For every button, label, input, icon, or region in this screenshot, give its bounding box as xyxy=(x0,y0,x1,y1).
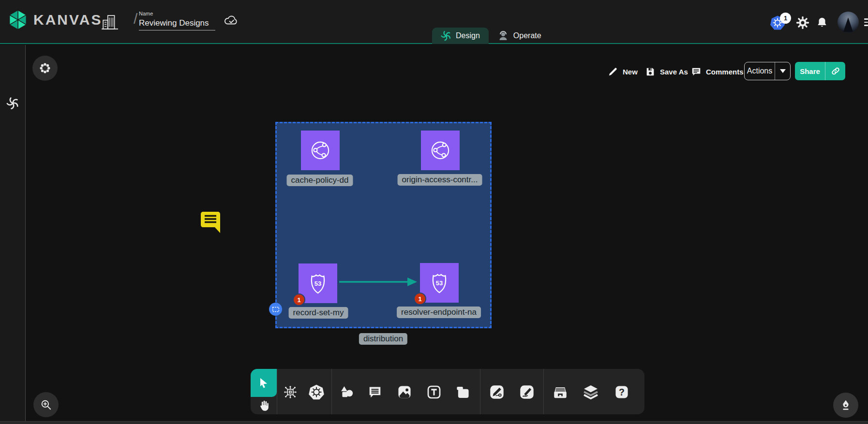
share-label[interactable]: Share xyxy=(795,62,825,80)
save-as-button[interactable]: Save As xyxy=(645,63,688,80)
actions-dropdown-toggle[interactable] xyxy=(775,62,790,80)
dock-divider xyxy=(543,369,544,414)
node-count-badge: 1 xyxy=(293,293,305,306)
flower-icon xyxy=(39,62,51,74)
kanvas-app: KANVAS / Name xyxy=(0,0,868,424)
hand-icon xyxy=(257,399,270,412)
node-label-resolver-endpoint[interactable]: resolver-endpoint-na xyxy=(397,307,481,318)
node-label-origin-access-control[interactable]: origin-access-contr... xyxy=(398,174,482,186)
save-as-label: Save As xyxy=(660,68,688,76)
new-button[interactable]: New xyxy=(608,63,638,80)
help-tool-button[interactable]: ? xyxy=(613,383,631,401)
group-label-distribution[interactable]: distribution xyxy=(359,333,407,345)
comment-tool-button[interactable] xyxy=(366,383,384,401)
comments-button[interactable]: Comments xyxy=(691,63,744,80)
brand-name: KANVAS xyxy=(33,12,102,28)
shapes-tool-button[interactable] xyxy=(337,383,356,401)
image-icon xyxy=(397,384,412,400)
route53-shield-icon: 53 xyxy=(305,271,330,296)
zoom-in-button[interactable] xyxy=(33,392,59,417)
operator-headset-icon xyxy=(497,30,509,42)
save-status-cloud-icon xyxy=(224,15,239,26)
design-name-field: Name xyxy=(139,11,217,30)
node-label-record-set[interactable]: record-set-my xyxy=(289,307,348,319)
node-count-badge: 1 xyxy=(414,292,426,305)
pen-path-tool-button[interactable] xyxy=(488,383,506,401)
question-glyph: ? xyxy=(619,387,625,397)
organization-icon[interactable] xyxy=(102,13,118,32)
layers-icon xyxy=(583,384,599,400)
notes-tool-button[interactable] xyxy=(453,383,472,401)
breadcrumb-separator: / xyxy=(134,11,137,27)
drawer-archive-icon xyxy=(552,384,569,400)
pan-tool-button[interactable] xyxy=(253,397,274,414)
notifications-bell-icon[interactable] xyxy=(816,16,828,29)
new-label: New xyxy=(623,68,638,76)
dock-divider xyxy=(277,369,277,414)
comment-marker-icon xyxy=(200,211,221,234)
canvas-comment-marker[interactable] xyxy=(200,211,221,234)
group-selection-handle[interactable] xyxy=(269,303,282,316)
dock-divider xyxy=(331,369,332,414)
kanvas-logo[interactable]: KANVAS xyxy=(7,9,102,31)
drawer-tool-button[interactable] xyxy=(551,383,569,401)
tab-operate[interactable]: Operate xyxy=(489,28,550,44)
tab-design[interactable]: Design xyxy=(432,28,489,44)
actions-label[interactable]: Actions xyxy=(745,62,775,80)
text-tool-button[interactable] xyxy=(425,383,443,401)
actions-split-button[interactable]: Actions xyxy=(744,62,791,80)
tab-design-label: Design xyxy=(456,31,480,40)
settings-gear-icon[interactable] xyxy=(796,16,809,29)
pencil-scribble-icon xyxy=(519,384,535,400)
chip-circuit-icon xyxy=(283,384,298,400)
kubernetes-tool-button[interactable] xyxy=(307,383,326,401)
node-cache-policy[interactable] xyxy=(301,131,340,170)
canvas-widgets-button[interactable] xyxy=(32,56,58,81)
sidebar-meshery-spiral-icon[interactable] xyxy=(6,97,19,110)
kanvas-logo-icon xyxy=(7,9,29,31)
pencil-icon xyxy=(608,66,618,77)
user-avatar[interactable] xyxy=(838,12,859,33)
node-label-cache-policy[interactable]: cache-policy-dd xyxy=(286,175,353,186)
name-field-label: Name xyxy=(139,11,217,16)
app-header: KANVAS / Name xyxy=(0,0,868,44)
route53-number: 53 xyxy=(436,279,443,287)
left-sidebar xyxy=(0,45,26,424)
zoom-in-icon xyxy=(40,398,52,411)
mode-tabs: Design Operate xyxy=(432,28,550,44)
copy-link-button[interactable] xyxy=(825,62,845,80)
freehand-draw-tool-button[interactable] xyxy=(518,383,536,401)
pen-path-icon xyxy=(489,384,505,400)
cursor-arrow-icon xyxy=(258,377,269,389)
tool-dock: ? xyxy=(251,369,644,414)
text-icon xyxy=(426,384,442,400)
shapes-icon xyxy=(339,384,354,400)
menu-hamburger-icon[interactable] xyxy=(864,18,868,28)
comment-bubble-icon xyxy=(691,66,702,77)
node-origin-access-control[interactable] xyxy=(421,131,460,170)
design-name-input[interactable] xyxy=(139,17,215,30)
caret-down-icon xyxy=(780,69,786,73)
select-tool-button[interactable] xyxy=(251,369,277,397)
dashed-rect-icon xyxy=(271,305,281,314)
route53-number: 53 xyxy=(314,280,321,287)
sticky-notes-icon xyxy=(455,384,470,400)
floppy-save-icon xyxy=(645,66,656,77)
tab-operate-label: Operate xyxy=(513,31,541,40)
edge-record-set-to-resolver[interactable] xyxy=(338,276,418,288)
route53-shield-icon: 53 xyxy=(427,270,452,295)
cloudfront-globe-icon xyxy=(428,138,453,163)
layers-tool-button[interactable] xyxy=(582,383,600,401)
dock-divider xyxy=(480,369,480,414)
question-icon: ? xyxy=(614,384,629,400)
cloudfront-globe-icon xyxy=(308,138,333,163)
image-tool-button[interactable] xyxy=(395,383,414,401)
components-tool-button[interactable] xyxy=(281,383,299,401)
window-bottom-edge xyxy=(0,421,868,424)
share-split-button[interactable]: Share xyxy=(795,62,845,80)
pen-mode-button[interactable] xyxy=(833,393,858,418)
design-spiral-icon xyxy=(441,30,451,41)
link-icon xyxy=(831,66,840,76)
comments-label: Comments xyxy=(706,68,744,76)
avatar-silhouette xyxy=(843,17,853,32)
